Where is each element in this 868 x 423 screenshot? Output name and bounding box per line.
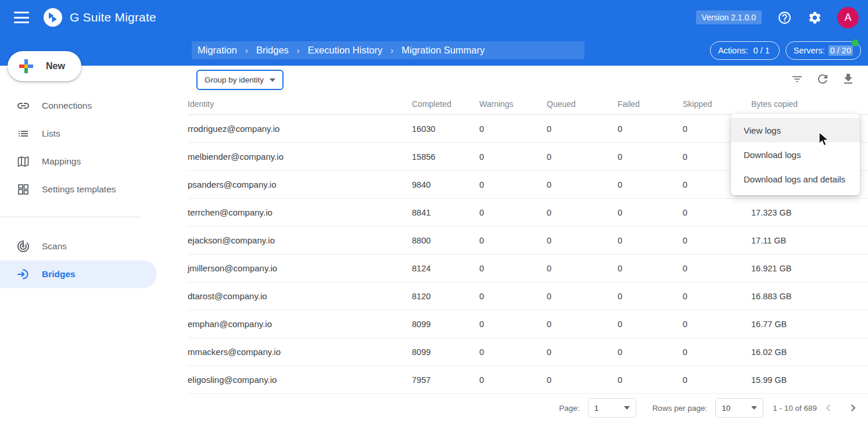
previous-page-icon[interactable] [822,401,835,415]
column-header-identity[interactable]: Identity [188,99,412,109]
cell-bytes-copied: 16.883 GB [751,292,868,301]
breadcrumb-migration[interactable]: Migration [198,45,237,56]
sidebar-item-lists[interactable]: Lists [0,120,157,148]
filter-icon[interactable] [790,72,804,86]
cell-identity: melbiender@company.io [188,152,412,162]
actions-chip-value: 0 / 1 [752,45,772,56]
column-header-completed[interactable]: Completed [412,99,479,109]
avatar[interactable]: A [837,7,859,28]
rows-per-page-label: Rows per page: [652,404,708,413]
chevron-down-icon [751,406,757,410]
sidebar-item-connections[interactable]: Connections [0,92,157,120]
table-row[interactable]: mmackers@company.io 8099 0 0 0 0 16.02 G… [188,338,868,366]
cell-failed: 0 [618,347,683,357]
column-header-skipped[interactable]: Skipped [683,99,751,109]
cell-completed: 8124 [412,264,479,273]
cell-warnings: 0 [479,264,547,273]
cell-identity: mmackers@company.io [188,347,412,357]
column-header-warnings[interactable]: Warnings [479,99,547,109]
table-row[interactable]: emphan@company.io 8099 0 0 0 0 16.77 GB [188,310,868,338]
servers-status-chip[interactable]: Servers: 0 / 20 [785,41,861,60]
cell-identity: psanders@company.io [188,180,412,189]
cell-warnings: 0 [479,152,547,162]
top-band: G Suite Migrate Version 2.1.0.0 A Migrat… [0,0,868,66]
group-by-value: Group by identity [205,76,264,84]
new-button[interactable]: New [8,51,81,81]
cell-warnings: 0 [479,124,547,134]
cell-failed: 0 [618,264,683,273]
rows-per-page-select[interactable]: 10 [715,398,763,418]
map-icon [16,155,30,169]
list-icon [16,127,30,141]
actions-chip-label: Actions: [718,46,748,55]
cell-warnings: 0 [479,208,547,217]
cell-completed: 8841 [412,208,479,217]
cell-failed: 0 [618,180,683,189]
app-title: G Suite Migrate [70,10,156,24]
column-header-bytes-copied[interactable]: Bytes copied [751,99,868,109]
column-header-failed[interactable]: Failed [618,99,683,109]
cell-bytes-copied: 16.02 GB [751,347,868,357]
servers-online-dot [852,40,859,46]
cell-warnings: 0 [479,180,547,189]
table-row[interactable]: ejackson@company.io 8800 0 0 0 0 17.11 G… [188,227,868,254]
cell-identity: rrodriguez@company.io [188,124,412,134]
link-icon [16,99,30,113]
breadcrumb-migration-summary[interactable]: Migration Summary [401,45,485,56]
cell-identity: terrchen@company.io [188,207,412,217]
sidebar-item-scans[interactable]: Scans [0,232,157,260]
breadcrumb-bridges[interactable]: Bridges [256,45,289,56]
column-header-queued[interactable]: Queued [547,99,618,109]
servers-chip-value: 0 / 20 [828,45,853,56]
sidebar-item-label: Settings templates [42,184,116,195]
dashboard-icon [16,182,30,196]
breadcrumb-execution-history[interactable]: Execution History [308,45,382,56]
cell-bytes-copied: 16.77 GB [751,320,868,329]
menu-item-download-logs-details[interactable]: Download logs and details [731,167,860,191]
cell-failed: 0 [618,375,683,385]
sidebar-item-label: Scans [42,241,67,252]
cell-failed: 0 [618,236,683,245]
cell-queued: 0 [547,375,618,385]
menu-item-view-logs[interactable]: View logs [731,118,860,142]
cell-queued: 0 [547,264,618,273]
cell-warnings: 0 [479,292,547,301]
cell-skipped: 0 [683,236,751,245]
download-icon[interactable] [841,72,855,86]
cell-skipped: 0 [683,320,751,329]
table-row[interactable]: eligosling@company.io 7957 0 0 0 0 15.99… [188,366,868,394]
actions-status-chip[interactable]: Actions: 0 / 1 [710,41,780,60]
pagination-range: 1 - 10 of 689 [773,404,817,413]
cell-skipped: 0 [683,347,751,357]
cell-completed: 7957 [412,375,479,385]
help-icon[interactable] [777,10,792,25]
cell-failed: 0 [618,292,683,301]
cell-skipped: 0 [683,292,751,301]
sidebar-item-label: Connections [42,101,92,111]
sidebar: Connections Lists Mappings Settings temp… [0,66,157,423]
cell-queued: 0 [547,152,618,162]
cell-warnings: 0 [479,320,547,329]
hamburger-menu-icon[interactable] [14,12,29,23]
version-badge: Version 2.1.0.0 [696,10,762,24]
sidebar-item-bridges[interactable]: Bridges [0,260,157,288]
settings-gear-icon[interactable] [807,10,822,25]
group-by-select[interactable]: Group by identity [196,70,284,90]
breadcrumb-bar: Migration › Bridges › Execution History … [157,35,868,66]
cell-bytes-copied: 17.11 GB [751,236,868,245]
pagination-bar: Page: 1 Rows per page: 10 1 - 10 of 689 [157,396,868,420]
table-row[interactable]: terrchen@company.io 8841 0 0 0 0 17.323 … [188,199,868,227]
page-select[interactable]: 1 [588,398,636,418]
sidebar-item-mappings[interactable]: Mappings [0,148,157,175]
sidebar-item-settings-templates[interactable]: Settings templates [0,175,157,203]
next-page-icon[interactable] [846,401,860,415]
table-row[interactable]: jmillerson@company.io 8124 0 0 0 0 16.92… [188,254,868,282]
breadcrumb-separator: › [390,45,393,55]
menu-item-download-logs[interactable]: Download logs [731,142,860,167]
cell-queued: 0 [547,236,618,245]
table-row[interactable]: dtarost@company.io 8120 0 0 0 0 16.883 G… [188,282,868,310]
refresh-icon[interactable] [816,72,830,86]
page-label: Page: [559,404,579,413]
chevron-down-icon [270,78,275,82]
cell-queued: 0 [547,124,618,134]
